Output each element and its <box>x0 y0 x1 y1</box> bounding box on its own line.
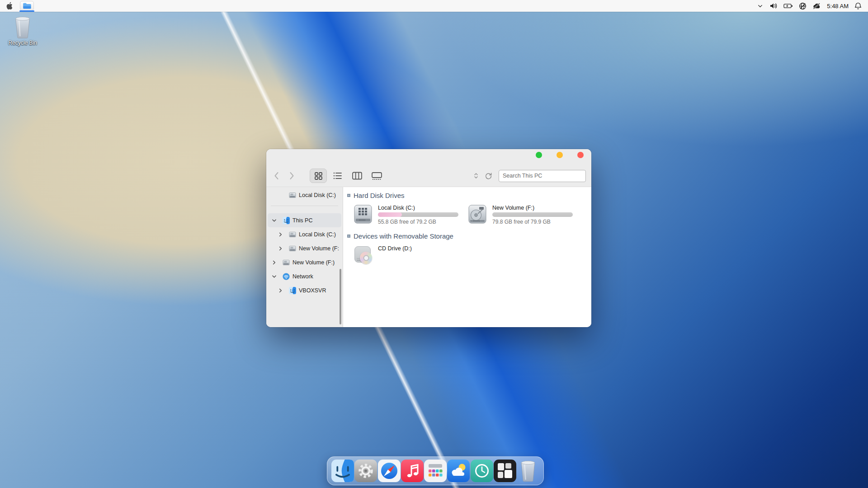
grid-view-icon <box>314 171 323 181</box>
notifications-bell-icon[interactable] <box>854 2 862 10</box>
active-app-indicator <box>19 10 34 12</box>
sidebar-item-label: Network <box>292 273 313 280</box>
gallery-view-icon <box>371 171 382 181</box>
section-title-text: Devices with Removable Storage <box>354 232 453 240</box>
drive-tile-new-volume-f[interactable]: New Volume (F:) 79.8 GB free of 79.9 GB <box>467 204 573 225</box>
chevron-down-icon[interactable] <box>272 274 277 279</box>
recycle-bin-icon <box>12 15 33 39</box>
sidebar-item-label: VBOXSVR <box>299 287 326 294</box>
hard-drive-icon <box>289 245 296 252</box>
chevron-down-icon[interactable] <box>272 218 277 223</box>
sidebar-item-label: Local Disk (C:) <box>299 231 336 238</box>
drive-tile-local-disk-c[interactable]: Local Disk (C:) 55.8 GB free of 79.2 GB <box>353 204 458 225</box>
hard-drive-icon <box>283 259 290 266</box>
gallery-view-button[interactable] <box>368 169 385 183</box>
recycle-bin-label: Recycle Bin <box>4 40 42 46</box>
hard-drive-platter-icon <box>467 204 487 224</box>
sidebar-item-this-pc[interactable]: This PC <box>268 213 341 227</box>
drive-free-space: 55.8 GB free of 79.2 GB <box>378 219 458 225</box>
dock-trash-icon[interactable] <box>517 460 539 482</box>
network-offline-icon[interactable] <box>799 2 807 10</box>
navigation-pane: Local Disk (C:) This PC Local Disk (C:) … <box>266 187 343 327</box>
sidebar-item-vboxsvr[interactable]: VBOXSVR <box>268 283 341 297</box>
drive-name: Local Disk (C:) <box>378 205 458 211</box>
columns-view-icon <box>352 171 363 180</box>
dock-app-grid-icon[interactable] <box>494 460 516 482</box>
onedrive-offline-icon[interactable] <box>812 3 821 9</box>
hard-drive-icon <box>289 231 296 238</box>
window-titlebar[interactable] <box>266 149 591 187</box>
hard-drive-grid-icon <box>353 204 373 224</box>
apple-menu-icon[interactable] <box>6 2 14 10</box>
section-header-hard-disk-drives[interactable]: Hard Disk Drives <box>347 192 587 199</box>
minimize-button[interactable] <box>557 152 563 158</box>
sidebar-item-label: New Volume (F:) <box>292 259 335 266</box>
grid-view-button[interactable] <box>310 169 327 183</box>
list-view-icon <box>333 171 343 180</box>
clock: 5:48 AM <box>827 3 849 9</box>
drive-free-space: 79.8 GB free of 79.9 GB <box>492 219 573 225</box>
view-mode-group <box>310 169 385 183</box>
section-header-removable-storage[interactable]: Devices with Removable Storage <box>347 232 587 240</box>
sidebar-item-local-disk-c[interactable]: Local Disk (C:) <box>268 227 341 241</box>
dock-safari-icon[interactable] <box>378 460 401 482</box>
dock-finder-icon[interactable] <box>331 460 354 482</box>
finder-face-icon <box>283 217 290 224</box>
collapse-glyph-icon <box>347 194 350 197</box>
drive-name: CD Drive (D:) <box>378 245 412 252</box>
maximize-button[interactable] <box>536 152 542 158</box>
sidebar-item-new-volume-f-child[interactable]: New Volume (F: <box>268 241 341 255</box>
forward-button[interactable] <box>286 169 297 183</box>
chevron-right-icon[interactable] <box>278 288 283 293</box>
capacity-bar-used <box>378 212 402 217</box>
recycle-bin-desktop-icon[interactable]: Recycle Bin <box>4 15 42 46</box>
dock-music-icon[interactable] <box>401 460 424 482</box>
taskbar-file-explorer-button[interactable] <box>20 1 34 11</box>
columns-view-button[interactable] <box>349 169 366 183</box>
toolbar <box>266 166 591 185</box>
collapse-glyph-icon <box>347 235 350 238</box>
dock <box>327 456 544 485</box>
sort-options-button[interactable] <box>474 172 478 179</box>
hard-drive-icon <box>289 192 296 199</box>
dock-time-machine-icon[interactable] <box>471 460 493 482</box>
sidebar-scrollbar[interactable] <box>340 269 341 324</box>
refresh-button[interactable] <box>485 172 492 180</box>
chevron-right-icon[interactable] <box>272 260 277 265</box>
sidebar-item-label: Local Disk (C:) <box>299 192 336 198</box>
chevron-right-icon[interactable] <box>278 246 283 251</box>
section-title-text: Hard Disk Drives <box>354 192 405 199</box>
file-explorer-window: Local Disk (C:) This PC Local Disk (C:) … <box>266 149 591 327</box>
show-hidden-icons-chevron-icon[interactable] <box>757 3 764 9</box>
chevron-right-icon[interactable] <box>278 232 283 237</box>
capacity-bar <box>378 212 458 217</box>
search-input[interactable] <box>499 170 586 182</box>
folder-icon <box>23 3 31 9</box>
dock-launchpad-icon[interactable] <box>424 460 447 482</box>
dock-system-preferences-icon[interactable] <box>354 460 377 482</box>
sidebar-divider <box>271 206 338 206</box>
sidebar-item-network[interactable]: Network <box>268 269 341 283</box>
list-view-button[interactable] <box>329 169 346 183</box>
network-icon <box>283 273 290 280</box>
battery-icon[interactable] <box>783 2 793 9</box>
dock-weather-icon[interactable] <box>447 460 470 482</box>
finder-face-icon <box>289 287 296 294</box>
volume-icon[interactable] <box>769 2 778 9</box>
sidebar-item-label: This PC <box>292 217 312 224</box>
sidebar-item-new-volume-f[interactable]: New Volume (F:) <box>268 255 341 269</box>
sidebar-item-local-disk-c-top[interactable]: Local Disk (C:) <box>268 188 341 202</box>
sidebar-item-label: New Volume (F: <box>299 245 339 252</box>
close-button[interactable] <box>577 152 584 158</box>
menu-bar: 5:48 AM <box>0 0 868 12</box>
drive-name: New Volume (F:) <box>492 205 573 211</box>
content-pane: Hard Disk Drives <box>343 187 591 327</box>
capacity-bar <box>492 212 573 217</box>
cd-drive-icon <box>353 245 373 265</box>
back-button[interactable] <box>271 169 282 183</box>
drive-tile-cd-drive-d[interactable]: CD Drive (D:) <box>353 245 458 265</box>
